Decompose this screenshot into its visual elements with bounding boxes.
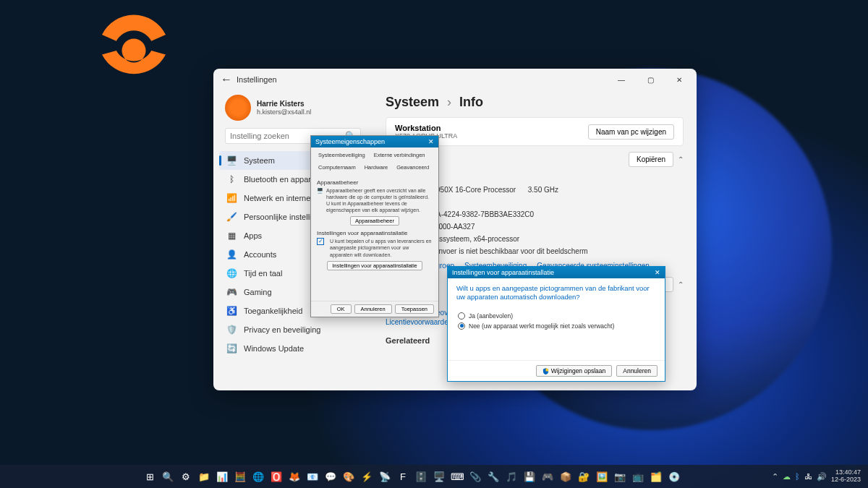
nav-icon: ᛒ: [226, 174, 237, 184]
taskbar-clock[interactable]: 13:40:47 12-6-2023: [831, 469, 864, 484]
nav-icon: 🎮: [226, 287, 237, 297]
crumb-parent[interactable]: Systeem: [386, 95, 439, 109]
device-install-dialog: Instellingen voor apparaatinstallatie ✕ …: [447, 266, 665, 382]
taskbar-pinned: ⊞🔍⚙📁📊🧮🌐🅾️🦊📧💬🎨⚡📡F🗄️🖥️⌨📎🔧🎵💾🎮📦🔐🖼️📷📺🗂️💿: [142, 468, 682, 484]
nav-icon: 🖌️: [226, 212, 237, 222]
device-manager-desc: Apparaatbeheer geeft een overzicht van a…: [326, 187, 433, 213]
taskbar-icon-16[interactable]: 🖥️: [431, 468, 447, 484]
tab-externe-verbindingen[interactable]: Externe verbindingen: [371, 150, 428, 160]
taskbar-icon-2[interactable]: ⚙: [178, 468, 194, 484]
taskbar-icon-19[interactable]: 🔧: [485, 468, 501, 484]
devinst-cancel-button[interactable]: Annuleren: [616, 365, 658, 377]
tray-bluetooth-icon[interactable]: ᛒ: [795, 472, 800, 481]
nav-label: Windows Update: [244, 344, 304, 353]
taskbar-icon-25[interactable]: 🖼️: [594, 468, 610, 484]
devinst-titlebar: Instellingen voor apparaatinstallatie ✕: [448, 267, 665, 278]
taskbar-icon-0[interactable]: ⊞: [142, 468, 158, 484]
taskbar-icon-23[interactable]: 📦: [558, 468, 574, 484]
taskbar-icon-8[interactable]: 🦊: [286, 468, 302, 484]
copy-button-specs[interactable]: Kopiëren: [629, 152, 673, 167]
option-no-label: Nee (uw apparaat werkt mogelijk niet zoa…: [469, 322, 614, 330]
taskbar-icon-12[interactable]: ⚡: [359, 468, 375, 484]
taskbar-icon-10[interactable]: 💬: [323, 468, 339, 484]
taskbar-icon-27[interactable]: 📺: [630, 468, 646, 484]
avatar: [225, 95, 251, 121]
nav-icon: 🌐: [226, 268, 237, 278]
devinst-close-icon[interactable]: ✕: [655, 269, 660, 276]
tray-volume-icon[interactable]: 🔊: [817, 472, 827, 481]
chevron-up-icon[interactable]: ⌃: [678, 155, 684, 163]
taskbar-icon-14[interactable]: F: [395, 468, 411, 484]
taskbar-icon-9[interactable]: 📧: [305, 468, 320, 484]
taskbar-icon-4[interactable]: 📊: [214, 468, 230, 484]
back-button[interactable]: ←: [216, 73, 237, 86]
nav-item-windows-update[interactable]: 🔄Windows Update: [219, 339, 367, 358]
rename-pc-button[interactable]: Naam van pc wijzigen: [588, 124, 674, 140]
devinst-question: Wilt u apps en aangepaste pictogrammen v…: [448, 278, 665, 307]
device-manager-button[interactable]: Apparaatbeheer: [350, 216, 399, 226]
nav-label: Tijd en taal: [244, 269, 282, 278]
nav-label: Netwerk en internet: [244, 194, 312, 202]
nav-icon: 🛡️: [226, 325, 237, 335]
shield-icon: [542, 368, 549, 374]
taskbar-icon-1[interactable]: 🔍: [160, 468, 176, 484]
save-changes-button[interactable]: Wijzigingen opslaan: [536, 365, 613, 377]
taskbar-icon-18[interactable]: 📎: [467, 468, 483, 484]
nav-icon: ♿: [226, 306, 237, 316]
user-profile[interactable]: Harrie Kisters h.kisters@xs4all.nl: [219, 90, 367, 128]
taskbar-icon-11[interactable]: 🎨: [341, 468, 357, 484]
nav-label: Systeem: [244, 156, 275, 165]
taskbar-icon-28[interactable]: 🗂️: [648, 468, 664, 484]
taskbar-icon-29[interactable]: 💿: [666, 468, 682, 484]
taskbar-icon-17[interactable]: ⌨: [449, 468, 465, 484]
system-tray: ⌃ ☁ ᛒ 🖧 🔊 13:40:47 12-6-2023: [772, 469, 864, 484]
maximize-button[interactable]: ▢: [636, 71, 665, 88]
minimize-button[interactable]: —: [607, 71, 636, 88]
taskbar-icon-6[interactable]: 🌐: [250, 468, 266, 484]
tray-cloud-icon[interactable]: ☁: [783, 472, 791, 481]
titlebar: ← Instellingen — ▢ ✕: [213, 69, 697, 90]
device-install-checkbox[interactable]: ✓: [317, 238, 324, 245]
taskbar-icon-5[interactable]: 🧮: [232, 468, 248, 484]
taskbar-icon-22[interactable]: 🎮: [540, 468, 556, 484]
taskbar-icon-13[interactable]: 📡: [377, 468, 393, 484]
device-manager-label: Apparaatbeheer: [317, 179, 433, 186]
nav-icon: ▦: [226, 231, 237, 241]
sysprop-close-icon[interactable]: ✕: [428, 138, 434, 145]
sysprop-cancel-button[interactable]: Annuleren: [354, 304, 392, 314]
option-yes-label: Ja (aanbevolen): [469, 312, 513, 320]
tray-network-icon[interactable]: 🖧: [804, 472, 812, 481]
user-email: h.kisters@xs4all.nl: [257, 108, 311, 117]
nav-item-privacy-en-beveiliging[interactable]: 🛡️Privacy en beveiliging: [219, 320, 367, 339]
nav-icon: 🔄: [226, 343, 237, 354]
sysprop-ok-button[interactable]: OK: [331, 304, 352, 314]
taskbar-icon-21[interactable]: 💾: [522, 468, 537, 484]
taskbar-icon-3[interactable]: 📁: [196, 468, 212, 484]
taskbar-icon-24[interactable]: 🔐: [576, 468, 592, 484]
radio-icon-selected: [458, 322, 465, 330]
sysprop-apply-button[interactable]: Toepassen: [395, 304, 434, 314]
chevron-up-icon[interactable]: ⌃: [678, 281, 684, 288]
nav-label: Gaming: [244, 288, 272, 296]
taskbar-icon-15[interactable]: 🗄️: [413, 468, 429, 484]
taskbar: ⊞🔍⚙📁📊🧮🌐🅾️🦊📧💬🎨⚡📡F🗄️🖥️⌨📎🔧🎵💾🎮📦🔐🖼️📷📺🗂️💿 ⌃ ☁ …: [0, 465, 868, 488]
tab-hardware[interactable]: Hardware: [362, 163, 391, 172]
tray-chevron-icon[interactable]: ⌃: [772, 472, 778, 481]
taskbar-icon-7[interactable]: 🅾️: [268, 468, 284, 484]
nav-label: Apps: [244, 231, 262, 240]
chevron-right-icon: ›: [447, 95, 451, 109]
close-button[interactable]: ✕: [665, 71, 694, 88]
save-label: Wijzigingen opslaan: [551, 367, 606, 374]
option-no[interactable]: Nee (uw apparaat werkt mogelijk niet zoa…: [458, 322, 655, 330]
device-install-label: Instellingen voor apparaatinstallatie: [317, 230, 433, 236]
option-yes[interactable]: Ja (aanbevolen): [458, 312, 655, 320]
window-title: Instellingen: [237, 75, 607, 84]
sysprop-titlebar: Systeemeigenschappen ✕: [311, 136, 438, 147]
crumb-current: Info: [459, 95, 483, 109]
taskbar-icon-26[interactable]: 📷: [612, 468, 628, 484]
device-install-button[interactable]: Instellingen voor apparaatinstallatie: [327, 261, 422, 270]
taskbar-icon-20[interactable]: 🎵: [503, 468, 519, 484]
tab-computernaam[interactable]: Computernaam: [315, 163, 359, 172]
tab-geavanceerd[interactable]: Geavanceerd: [393, 163, 432, 172]
tab-systeembeveiliging[interactable]: Systeembeveiliging: [315, 150, 368, 160]
